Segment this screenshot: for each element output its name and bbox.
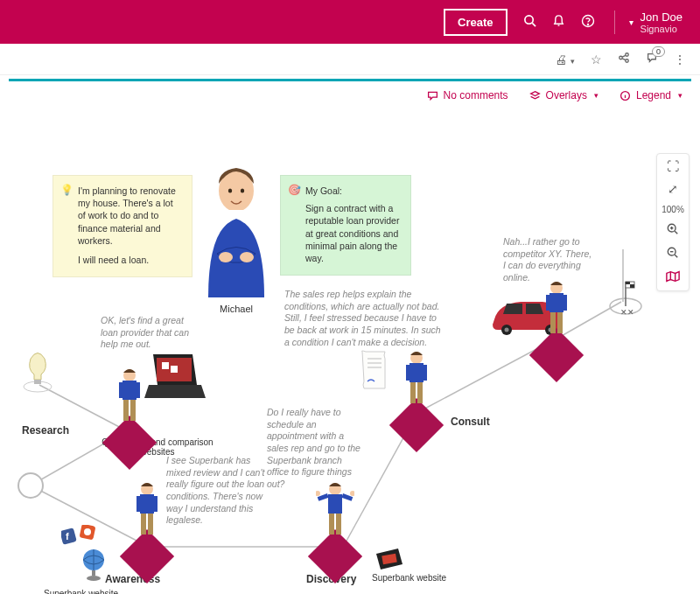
journey-canvas[interactable]: ⛶ ⤢ 100% 💡 I'm planning to renovate my h… (0, 109, 700, 594)
label-superbank-2: Superbank website (372, 573, 446, 583)
thought-awareness: I see Superbank has mixed review and I c… (166, 455, 271, 527)
map-icon[interactable] (666, 270, 680, 285)
stage-consult: Consult (451, 416, 490, 428)
notification-badge-icon[interactable]: 0 (646, 52, 658, 66)
persona-name: Michael (188, 304, 284, 314)
journey-figure-research[interactable] (105, 367, 154, 467)
legend-label: Legend (636, 89, 671, 101)
svg-rect-48 (136, 496, 141, 512)
svg-rect-43 (136, 382, 140, 398)
svg-point-7 (626, 59, 629, 63)
svg-rect-57 (92, 570, 95, 576)
note-text: I'm planning to renovate my house. There… (78, 185, 181, 247)
svg-rect-83 (546, 295, 550, 311)
svg-rect-73 (406, 365, 410, 381)
search-icon[interactable] (523, 14, 536, 30)
user-org-label: Signavio (640, 24, 682, 34)
chevron-down-icon: ▾ (629, 17, 634, 27)
note-body: Sign a contract with a reputable loan pr… (305, 202, 400, 264)
svg-rect-50 (141, 514, 146, 535)
lightbulb-icon: 💡 (60, 183, 74, 197)
user-name-label: Jon Doe (640, 10, 682, 24)
sticky-note-goal[interactable]: 🎯 My Goal: Sign a contract with a reputa… (280, 175, 411, 276)
overlays-toggle[interactable]: Overlays ▾ (529, 89, 598, 101)
svg-rect-66 (336, 514, 341, 535)
svg-rect-74 (423, 365, 427, 381)
end-node[interactable]: ✕✕ (608, 280, 643, 326)
persona-illustration: Michael (188, 157, 284, 314)
notification-count: 0 (652, 46, 665, 57)
svg-rect-76 (417, 382, 423, 403)
sticky-note-context[interactable]: 💡 I'm planning to renovate my house. The… (52, 175, 192, 277)
path-node (18, 472, 44, 499)
help-icon[interactable] (581, 14, 595, 31)
note-text: I will need a loan. (78, 254, 181, 266)
create-button[interactable]: Create (444, 9, 507, 36)
zoom-in-icon[interactable] (667, 223, 679, 238)
svg-rect-45 (130, 400, 136, 421)
thought-exit: Nah...I rather go to competitor XY. Ther… (503, 236, 595, 284)
print-icon[interactable]: 🖨 ▾ (555, 52, 575, 66)
share-icon[interactable] (618, 52, 630, 66)
star-icon[interactable]: ☆ (591, 52, 602, 66)
svg-rect-36 (34, 380, 41, 384)
svg-point-79 (505, 328, 509, 332)
tablet-prop (372, 547, 407, 576)
comments-label: No comments (444, 89, 508, 101)
svg-point-32 (240, 189, 243, 193)
svg-point-31 (228, 189, 231, 193)
zoom-level[interactable]: 100% (662, 205, 684, 214)
chevron-down-icon: ▾ (594, 91, 598, 100)
svg-line-26 (675, 255, 677, 257)
stage-research: Research (22, 424, 69, 437)
journey-figure-consult[interactable] (392, 350, 441, 450)
thought-discovery: Do I really have to schedule an appointm… (267, 407, 363, 490)
svg-rect-82 (550, 293, 564, 312)
zoom-out-icon[interactable] (667, 247, 679, 262)
user-menu[interactable]: ▾ Jon Doe Signavio (614, 10, 682, 34)
svg-rect-39 (171, 366, 178, 373)
svg-rect-85 (550, 312, 556, 333)
thought-consult: The sales rep helps explain the conditio… (284, 289, 442, 348)
journey-figure-exit[interactable] (532, 280, 581, 380)
globe-prop (79, 547, 108, 584)
svg-rect-52 (61, 528, 77, 545)
app-header: Create ▾ Jon Doe Signavio (0, 0, 700, 44)
thought-research: OK, let's find a great loan provider tha… (101, 315, 192, 351)
svg-line-8 (622, 55, 626, 57)
bell-icon[interactable] (552, 14, 565, 30)
svg-point-55 (84, 528, 91, 535)
more-icon[interactable]: ⋮ (674, 52, 686, 66)
svg-rect-75 (410, 382, 416, 403)
fit-icon[interactable]: ⤢ (668, 182, 678, 196)
journey-figure-discovery[interactable] (311, 481, 360, 581)
label-superbank-1: Superbank website (44, 589, 118, 594)
svg-line-22 (675, 231, 677, 234)
note-title: My Goal: (305, 185, 400, 197)
svg-rect-41 (122, 381, 136, 400)
svg-rect-47 (140, 494, 154, 514)
comments-toggle[interactable]: No comments (427, 89, 508, 101)
svg-line-1 (532, 23, 536, 26)
start-node-lightbulb[interactable] (22, 350, 53, 396)
svg-rect-60 (328, 494, 342, 514)
svg-rect-72 (410, 363, 424, 382)
svg-rect-51 (148, 514, 153, 535)
svg-text:✕✕: ✕✕ (620, 308, 634, 317)
svg-rect-84 (563, 295, 567, 311)
goal-icon: 🎯 (288, 183, 301, 197)
legend-toggle[interactable]: Legend ▾ (620, 89, 682, 101)
fullscreen-icon[interactable]: ⛶ (667, 159, 679, 173)
svg-point-58 (87, 576, 101, 581)
svg-point-63 (316, 491, 320, 496)
svg-point-5 (620, 56, 623, 59)
svg-rect-38 (162, 362, 169, 369)
svg-point-0 (524, 16, 532, 24)
svg-point-64 (350, 491, 354, 496)
svg-rect-42 (119, 382, 123, 398)
view-options-bar: No comments Overlays ▾ Legend ▾ (0, 81, 700, 109)
svg-text:f: f (66, 531, 69, 542)
svg-point-4 (587, 24, 588, 24)
journey-figure-awareness[interactable] (122, 481, 172, 581)
svg-point-34 (240, 252, 254, 262)
